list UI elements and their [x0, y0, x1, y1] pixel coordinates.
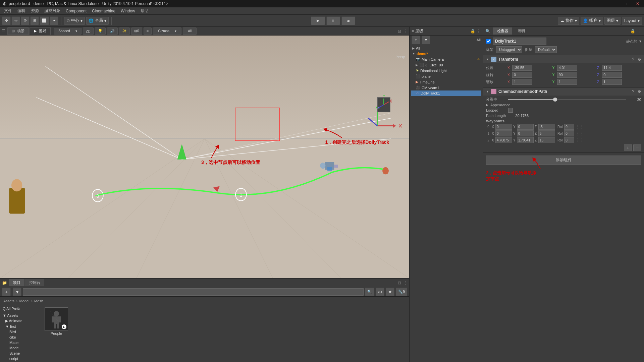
object-name-input[interactable]	[493, 38, 546, 45]
hierarchy-timeline[interactable]: ▶ TimeLine	[411, 79, 481, 85]
collab-dropdown[interactable]: ☁ 协作 ▾	[558, 17, 579, 25]
menu-assets[interactable]: 资源	[28, 7, 42, 14]
scene-maximize[interactable]: ⊡	[398, 29, 401, 34]
scale-y-input[interactable]	[557, 79, 577, 85]
wp1-dots-menu[interactable]: ⋮⋮	[576, 131, 584, 136]
tree-bird[interactable]: Bird	[1, 329, 39, 335]
maximize-button[interactable]: □	[625, 1, 631, 6]
search-toggle[interactable]: ▾	[13, 288, 21, 296]
position-y-input[interactable]	[557, 65, 577, 71]
star-btn[interactable]: ★	[386, 288, 394, 296]
graph-dropdown[interactable]: 图层 ▾	[604, 17, 621, 25]
light-toggle[interactable]: 💡	[95, 27, 106, 35]
scale-tool[interactable]: ⊞	[30, 16, 39, 25]
scene-panel-options[interactable]: ☰	[2, 29, 5, 33]
layout-dropdown[interactable]: Layout ▾	[622, 17, 642, 25]
looped-checkbox[interactable]	[508, 108, 513, 113]
hierarchy-dolly-track[interactable]: 〰 DollyTrack1	[411, 90, 481, 96]
stats-btn[interactable]: ≡	[144, 27, 152, 35]
menu-file[interactable]: 文件	[1, 7, 15, 14]
menu-help[interactable]: 帮助	[138, 7, 151, 14]
menu-edit[interactable]: 编辑	[15, 7, 28, 14]
hand-tool[interactable]: ✥	[2, 16, 11, 25]
resolution-btn[interactable]: ⊠0	[131, 27, 142, 35]
wp0-y-input[interactable]	[517, 124, 534, 130]
hierarchy-cm-vcam1[interactable]: 🎥 CM vcam1	[411, 85, 481, 90]
asset-store-btn[interactable]: 🔧9	[396, 288, 407, 296]
wp2-dots-menu[interactable]: ⋮⋮	[576, 138, 584, 142]
wp0-roll-input[interactable]	[564, 124, 574, 130]
sound-toggle[interactable]: 🔊	[107, 27, 118, 35]
custom-tool[interactable]: ✦	[50, 16, 58, 25]
scale-x-input[interactable]	[512, 79, 532, 85]
wp2-z-input[interactable]	[538, 137, 555, 143]
viewport-area[interactable]: 0 1	[0, 36, 409, 278]
project-options-btn[interactable]: ⋮	[403, 281, 407, 285]
rect-tool[interactable]: ⬜	[40, 16, 49, 25]
hierarchy-options[interactable]: ⋮	[477, 29, 481, 34]
effects-toggle[interactable]: ✨	[119, 27, 130, 35]
hierarchy-all[interactable]: ▶ All	[411, 46, 481, 51]
hierarchy-plane[interactable]: ⬛ plane	[411, 73, 481, 79]
tab-lighting[interactable]: 照明	[514, 27, 529, 35]
transform-help-icon[interactable]: ?	[632, 57, 634, 62]
transform-header[interactable]: ▼ ⤢ Transform ? ⚙	[483, 55, 644, 63]
wp1-y-input[interactable]	[517, 130, 534, 136]
wp0-x-input[interactable]	[495, 124, 512, 130]
rotation-z-input[interactable]	[602, 72, 622, 78]
project-panel-options[interactable]: 📁	[2, 281, 7, 285]
tab-scene[interactable]: ⊞ 场景	[7, 27, 29, 35]
tree-mater[interactable]: Mater	[1, 340, 39, 345]
smooth-path-settings-icon[interactable]: ⚙	[638, 89, 641, 94]
step-button[interactable]: ⏭	[341, 16, 355, 25]
wp1-x-input[interactable]	[495, 130, 512, 136]
smooth-path-help-icon[interactable]: ?	[632, 89, 634, 94]
all-layers-btn[interactable]: All	[183, 27, 197, 35]
position-z-input[interactable]	[602, 65, 622, 71]
rotate-tool[interactable]: ⟳	[21, 16, 30, 25]
add-component-button[interactable]: 添加组件	[486, 156, 641, 165]
menu-gameobject[interactable]: 游戏对象	[42, 7, 63, 14]
rotation-x-input[interactable]	[512, 72, 532, 78]
remove-waypoint-btn[interactable]: −	[633, 144, 641, 151]
tab-console[interactable]: 控制台	[25, 279, 44, 286]
add-waypoint-btn[interactable]: +	[624, 144, 632, 151]
tree-cike[interactable]: cike	[1, 335, 39, 340]
account-dropdown[interactable]: 👤 帐户 ▾	[581, 17, 603, 25]
hierarchy-main-camera[interactable]: 📷 Main Camera ⚠	[411, 56, 481, 62]
shading-dropdown[interactable]: Shaded ▾	[54, 28, 81, 35]
transform-settings-icon[interactable]: ⚙	[638, 57, 641, 62]
pause-button[interactable]: ⏸	[326, 16, 340, 25]
minimize-button[interactable]: ─	[615, 1, 622, 6]
asset-play-button[interactable]: ▶	[62, 324, 66, 329]
search-btn[interactable]: 🔍	[365, 288, 374, 296]
tree-all-prefa[interactable]: Q All Prefa	[1, 306, 39, 311]
menu-cinemachine[interactable]: Cinemachine	[89, 8, 118, 14]
tree-animatc[interactable]: ▶ Animatc	[1, 318, 39, 324]
scale-z-input[interactable]	[602, 79, 622, 85]
wp0-dots-menu[interactable]: ⋮⋮	[576, 124, 584, 129]
object-active-checkbox[interactable]	[486, 39, 491, 44]
rotation-y-input[interactable]	[557, 72, 577, 78]
static-dropdown-icon[interactable]: ▾	[639, 39, 641, 44]
tree-mode[interactable]: Mode	[1, 345, 39, 351]
wp1-roll-input[interactable]	[564, 130, 574, 136]
hierarchy-directional-light[interactable]: ☀ Directional Light	[411, 68, 481, 73]
wp2-x-input[interactable]	[495, 137, 512, 143]
inspector-lock[interactable]: 🔒	[630, 29, 635, 34]
breadcrumb-model[interactable]: Model	[19, 299, 29, 303]
search-input[interactable]	[23, 288, 364, 296]
hierarchy-lock[interactable]: 🔒	[470, 29, 475, 34]
menu-component[interactable]: Component	[63, 8, 89, 14]
asset-people[interactable]: ▶ People	[43, 307, 70, 336]
hierarchy-3cike[interactable]: ▶ ⬛ 3_Cike_00	[411, 62, 481, 68]
wp1-z-input[interactable]	[538, 130, 555, 136]
play-button[interactable]: ▶	[311, 16, 325, 25]
scene-options-btn[interactable]: ⋮	[403, 29, 407, 34]
position-x-input[interactable]	[512, 65, 532, 71]
tag-dropdown[interactable]: Untagged	[496, 46, 522, 53]
create-btn[interactable]: +	[2, 288, 11, 296]
filter-btn[interactable]: 🏷	[376, 288, 384, 296]
tab-project[interactable]: 项目	[9, 279, 24, 286]
pivot-dropdown[interactable]: ⊙ 中心 ▾	[64, 17, 85, 25]
